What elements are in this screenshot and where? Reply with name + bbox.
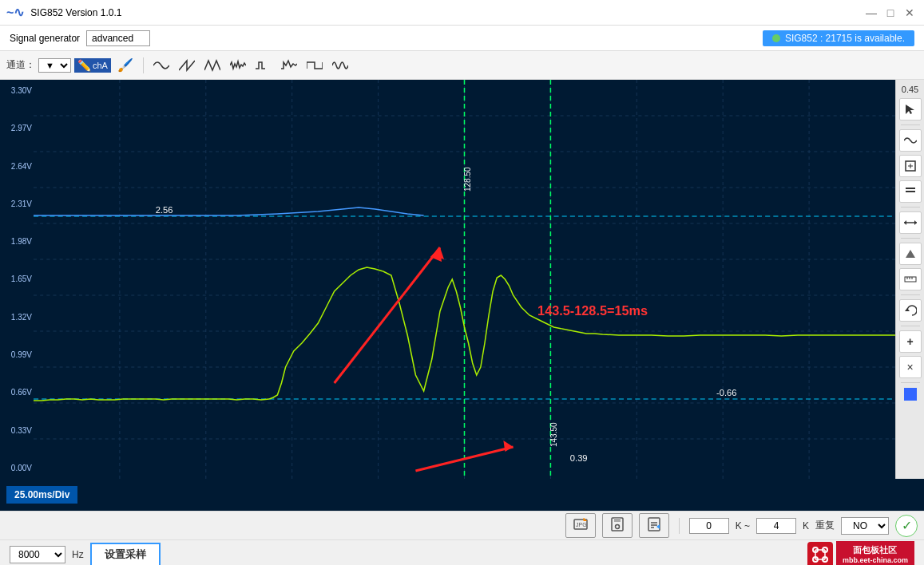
load-button[interactable] [639, 513, 669, 538]
bottom-bar: 25.00ms/Div [0, 479, 924, 511]
plus-icon: + [906, 335, 913, 348]
y-label-0: 3.30V [2, 86, 32, 95]
main-area: 3.30V 2.97V 2.64V 2.31V 1.98V 1.65V 1.32… [0, 80, 924, 479]
waveform-pulse-button[interactable] [252, 54, 275, 77]
control-bar: JPG K ~ K 重复 NO YES ✓ [0, 511, 924, 539]
svg-text:143.50: 143.50 [549, 422, 557, 447]
y-label-9: 0.33V [2, 426, 32, 435]
rt-sep-2 [901, 207, 920, 207]
waveform-ramp-button[interactable] [176, 54, 198, 77]
y-label-1: 2.97V [2, 124, 32, 132]
channel-label: 通道： [6, 58, 35, 72]
svg-point-55 [615, 525, 619, 529]
timescale-badge: 25.00ms/Div [6, 486, 77, 504]
sample-btn[interactable]: 设置采样 [90, 543, 161, 566]
svg-rect-44 [905, 277, 916, 282]
waveform-triangle-button[interactable] [201, 54, 224, 77]
logo-box: 面包板社区 mbb.eet-china.com [836, 541, 914, 565]
waveform-square-button[interactable] [303, 54, 326, 77]
waveform-sine-button[interactable] [150, 54, 173, 77]
repeat-label: 重复 [815, 519, 835, 532]
svg-marker-48 [905, 308, 910, 311]
logo-area: 面包板社区 mbb.eet-china.com [807, 541, 914, 565]
logo-icon [807, 542, 833, 566]
times-icon: × [906, 361, 913, 373]
titlebar-left: ~∿ SIG852 Version 1.0.1 [6, 5, 121, 20]
k-from-input[interactable] [689, 518, 729, 534]
rt-sep-3 [901, 238, 920, 239]
channel-tag: ✏️ chA [74, 58, 111, 73]
svg-text:143.5-128.5=15ms: 143.5-128.5=15ms [537, 303, 648, 318]
svg-rect-61 [807, 542, 833, 566]
rt-blue-indicator [904, 388, 917, 401]
zoom-fit-button[interactable] [899, 155, 922, 177]
status-dot [772, 34, 780, 42]
close-button[interactable]: ✕ [902, 5, 918, 21]
right-toolbar: 0.45 + × [895, 80, 924, 479]
freq-unit: Hz [72, 549, 84, 560]
undo-button[interactable] [899, 299, 922, 322]
k-label-1: K ~ [736, 520, 750, 531]
y-label-6: 1.32V [2, 313, 32, 322]
confirm-button[interactable]: ✓ [895, 515, 918, 537]
y-label-7: 0.99V [2, 350, 32, 359]
zoom-plus-button[interactable] [899, 180, 922, 203]
waveform-noise-button[interactable] [227, 54, 249, 77]
channel-group: 通道： ▼ ✏️ chA 🖌️ [6, 54, 137, 77]
ruler-button[interactable] [899, 268, 922, 290]
y-label-5: 1.65V [2, 275, 32, 283]
svg-text:JPG: JPG [576, 522, 587, 527]
k-label-2: K [803, 520, 809, 531]
channel-tag-text: chA [93, 61, 108, 70]
export-image-button[interactable]: JPG [565, 513, 596, 538]
maximize-button[interactable]: □ [882, 5, 898, 21]
svg-rect-56 [648, 518, 660, 531]
svg-rect-54 [614, 518, 621, 522]
logo-line2: mbb.eet-china.com [843, 556, 908, 564]
rt-sep-6 [901, 382, 920, 383]
siggen-label: Signal generator [10, 33, 80, 44]
zoom-in-button[interactable]: + [899, 330, 922, 353]
rt-sep-5 [901, 326, 920, 326]
waveform-sine2-button[interactable] [329, 54, 351, 77]
y-label-10: 0.00V [2, 464, 32, 472]
svg-text:0.39: 0.39 [570, 453, 588, 463]
rt-sep-1 [901, 124, 920, 125]
svg-text:2.56: 2.56 [156, 205, 173, 215]
titlebar-controls: — □ ✕ [863, 5, 918, 21]
chart-area[interactable]: 128.50 143.50 2.56 -0.66 0.39 143.5-128.… [34, 80, 895, 479]
titlebar: ~∿ SIG852 Version 1.0.1 — □ ✕ [0, 0, 924, 26]
status-badge: SIG852 : 21715 is available. [763, 30, 914, 46]
toolbar: 通道： ▼ ✏️ chA 🖌️ [0, 51, 924, 80]
zoom-out-button[interactable]: × [899, 356, 922, 378]
save-button[interactable] [602, 513, 633, 538]
waveform-arb-button[interactable] [278, 54, 300, 77]
horizontal-expand-button[interactable] [899, 211, 922, 234]
repeat-select[interactable]: NO YES [841, 517, 889, 535]
waveform-view-button[interactable] [899, 129, 922, 152]
toolbar-separator-1 [143, 57, 144, 73]
ctrl-sep-1 [679, 518, 680, 534]
siggen-bar: Signal generator SIG852 : 21715 is avail… [0, 26, 924, 51]
app-title: SIG852 Version 1.0.1 [30, 7, 121, 18]
svg-marker-41 [904, 220, 906, 225]
logo-line1: 面包板社区 [843, 544, 908, 556]
app-logo: ~∿ [6, 5, 24, 20]
channel-dropdown[interactable]: ▼ [38, 58, 71, 73]
color-pick-button[interactable]: 🖌️ [114, 54, 137, 77]
minimize-button[interactable]: — [863, 5, 879, 21]
siggen-input[interactable] [86, 30, 150, 46]
svg-marker-42 [914, 220, 917, 225]
svg-marker-43 [906, 250, 915, 258]
sample-bar: 8000 4000 16000 44100 Hz 设置采样 面包板社区 mbb.… [0, 539, 924, 565]
freq-select[interactable]: 8000 4000 16000 44100 [10, 546, 65, 563]
scroll-up-button[interactable] [899, 243, 922, 265]
cursor-button[interactable] [899, 98, 922, 121]
svg-text:128.50: 128.50 [463, 167, 472, 192]
k-to-input[interactable] [756, 518, 796, 534]
y-label-3: 2.31V [2, 200, 32, 208]
y-label-8: 0.66V [2, 388, 32, 397]
scope-svg: 128.50 143.50 2.56 -0.66 0.39 143.5-128.… [34, 80, 895, 479]
status-text: SIG852 : 21715 is available. [785, 33, 905, 44]
y-axis: 3.30V 2.97V 2.64V 2.31V 1.98V 1.65V 1.32… [0, 80, 34, 479]
